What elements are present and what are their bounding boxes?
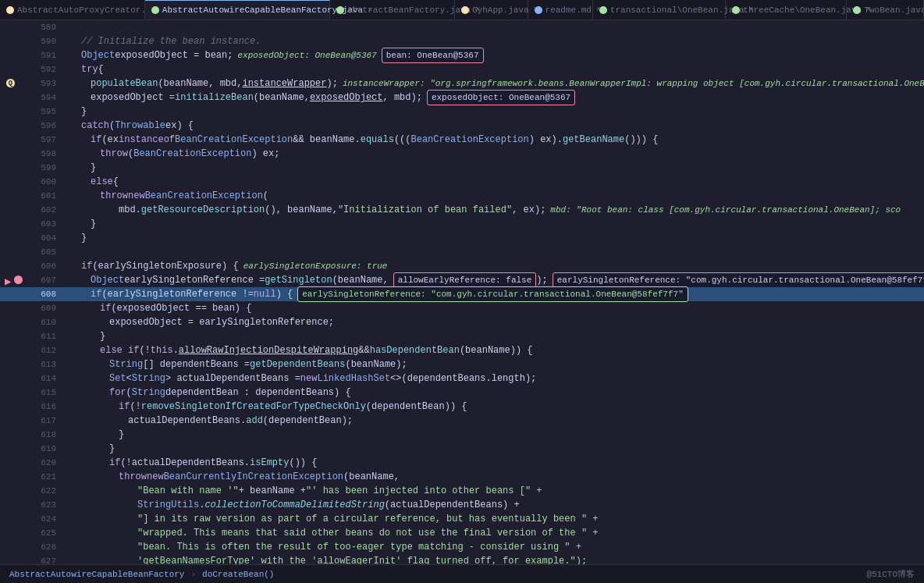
brace: { <box>113 175 119 189</box>
code: , mbd); <box>383 91 422 105</box>
status-separator: › <box>190 570 196 579</box>
tab-label: GyhApp.java <box>472 5 529 15</box>
type: LinkedHashSet <box>317 371 390 386</box>
tab-label: threeCache\OneBean.java <box>743 5 862 15</box>
code-content-609: if (exposedObject == bean) { <box>62 301 924 315</box>
gutter-607: ▶ 607 <box>0 273 62 287</box>
tab-AbstractAutowireCapableBeanFactory[interactable]: AbstractAutowireCapableBeanFactory.java … <box>145 0 330 20</box>
code: (dependentBean)) { <box>366 400 467 414</box>
line-number: 620 <box>37 458 56 467</box>
line-number: 614 <box>37 374 56 383</box>
code: > actualDependentBeans = <box>165 371 300 386</box>
gutter-613: 613 <box>0 357 62 371</box>
tab-AbstractAutoProxyCreator[interactable]: AbstractAutoProxyCreator.java × <box>0 0 145 20</box>
code: dependentBean : dependentBeans) { <box>165 386 351 400</box>
code-line-616: 616 if (! removeSingletonIfCreatedForTyp… <box>0 400 924 414</box>
code: (! <box>139 343 150 357</box>
line-number: 591 <box>37 51 56 60</box>
tab-transactional-OneBean[interactable]: transactional\OneBean.java × <box>593 0 726 20</box>
code-line-600: 600 else { <box>0 175 924 189</box>
type: BeanCurrentlyInCreationException <box>164 470 343 484</box>
brace: } <box>81 231 87 245</box>
code: mbd. <box>119 203 141 217</box>
gutter-606: 606 <box>0 259 62 273</box>
code: ); <box>536 273 547 287</box>
line-number: 603 <box>37 219 56 229</box>
line-number: 613 <box>37 360 56 369</box>
code-content-621: throw new BeanCurrentlyInCreationExcepti… <box>62 470 924 484</box>
code-line-618: 618 } <box>0 428 924 442</box>
line-number: 615 <box>37 388 56 397</box>
line-number: 605 <box>37 247 56 257</box>
code: ())) { <box>624 133 658 147</box>
keyword: catch <box>81 119 109 133</box>
code-line-607: ▶ 607 Object earlySingletonReference = g… <box>0 273 924 287</box>
code: actualDependentBeans. <box>128 414 246 428</box>
code-line-613: 613 String [] dependentBeans = getDepend… <box>0 357 924 371</box>
code: (exposedObject == bean) { <box>111 301 251 315</box>
type: Set <box>109 371 126 386</box>
method: getDependentBeans <box>250 357 345 371</box>
line-number: 617 <box>37 416 56 425</box>
code-content-607: Object earlySingletonReference = getSing… <box>62 273 924 287</box>
code-line-625: 625 "wrapped. This means that said other… <box>0 526 924 540</box>
line-number: 623 <box>37 500 56 510</box>
method: populateBean <box>91 76 158 91</box>
tab-icon <box>599 6 607 14</box>
tab-GyhApp[interactable]: GyhApp.java × <box>455 0 528 20</box>
type: Throwable <box>115 119 165 133</box>
line-number: 599 <box>37 163 56 172</box>
method: initializeBean <box>175 91 254 105</box>
tab-label: AbstractBeanFactory.java <box>347 5 471 15</box>
code-line-614: 614 Set < String > actualDependentBeans … <box>0 371 924 386</box>
method: getSingleton <box>265 273 332 287</box>
gutter-624: 624 <box>0 512 62 526</box>
code: ex) { <box>165 119 194 133</box>
code: ) { <box>276 287 293 301</box>
code-content-624: "] in its raw version as part of a circu… <box>62 512 924 526</box>
code: (beanName, <box>254 91 310 105</box>
code-line-619: 619 } <box>0 442 924 456</box>
keyword: throw <box>100 147 128 161</box>
code-content-622: "Bean with name '" + beanName + "' has b… <box>62 484 924 498</box>
code-line-603: 603 } <box>0 217 924 231</box>
code-line-590: 590 // Initialize the bean instance. <box>0 34 924 48</box>
string: "] in its raw version as part of a circu… <box>137 512 599 526</box>
tab-readme[interactable]: readme.md × <box>528 0 593 20</box>
code: (), beanName, <box>265 203 338 217</box>
keyword: else <box>91 175 113 189</box>
debug-hint: instanceWrapper: "org.springframework.be… <box>343 76 924 91</box>
keyword: for <box>109 386 126 400</box>
gutter-611: 611 <box>0 329 62 343</box>
gutter-623: 623 <box>0 498 62 512</box>
tab-threeCache-OneBean[interactable]: threeCache\OneBean.java × <box>726 0 847 20</box>
code: (beanName); <box>345 357 407 371</box>
type: BeanCreationException <box>133 147 251 161</box>
tab-icon <box>6 6 14 14</box>
code-line-591: 591 Object exposedObject = bean; exposed… <box>0 48 924 62</box>
code: + beanName + <box>239 484 306 498</box>
tab-AbstractBeanFactory[interactable]: AbstractBeanFactory.java × <box>330 0 455 20</box>
watermark: @51CTO博客 <box>866 568 915 580</box>
code: (earlySingletonReference != <box>101 287 253 301</box>
breakpoint-dot <box>14 276 23 284</box>
line-number: 607 <box>37 276 56 285</box>
code: (ex <box>101 133 119 147</box>
code-line-609: 609 if (exposedObject == bean) { <box>0 301 924 315</box>
type: Object <box>91 273 124 287</box>
string: "Bean with name '" <box>137 484 239 498</box>
code: ( <box>126 386 132 400</box>
line-number: 624 <box>37 514 56 524</box>
code-line-599: 599 } <box>0 161 924 175</box>
type: BeanCreationException <box>145 189 263 203</box>
code-content-623: StringUtils . collectionToCommaDelimited… <box>62 498 924 512</box>
gutter-625: 625 <box>0 526 62 540</box>
code-content-627: 'getBeanNamesForType' with the 'allowEag… <box>62 554 924 564</box>
keyword: throw <box>119 470 147 484</box>
code: (beanName, <box>332 273 389 287</box>
code-content-599: } <box>62 161 924 175</box>
keyword: try <box>81 62 98 76</box>
line-number: 611 <box>37 332 56 341</box>
tab-TwoBean[interactable]: TwoBean.java × <box>847 0 924 20</box>
code-content-608: if (earlySingletonReference != null ) { … <box>62 287 924 301</box>
